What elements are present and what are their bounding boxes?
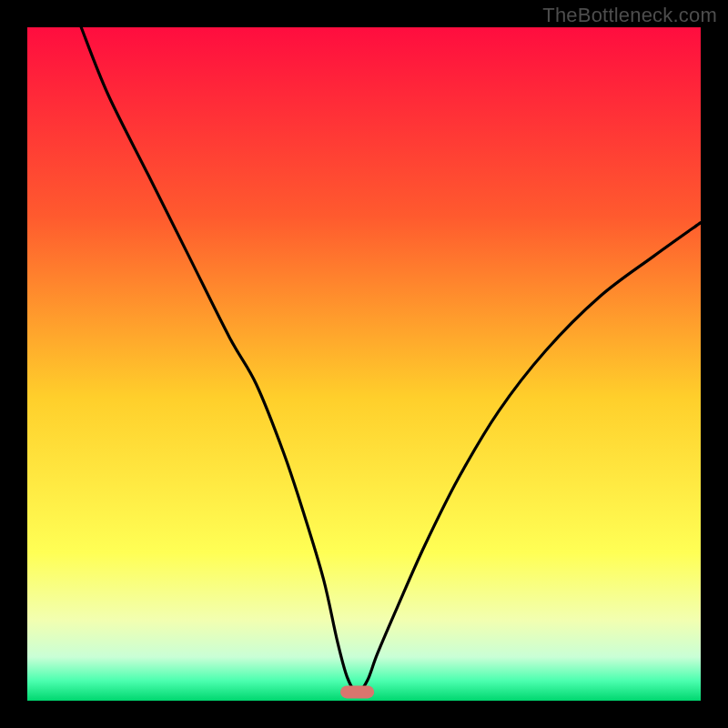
optimum-marker xyxy=(340,685,374,698)
chart-frame: TheBottleneck.com xyxy=(0,0,728,728)
plot-background xyxy=(27,27,701,701)
bottleneck-chart xyxy=(0,0,728,728)
